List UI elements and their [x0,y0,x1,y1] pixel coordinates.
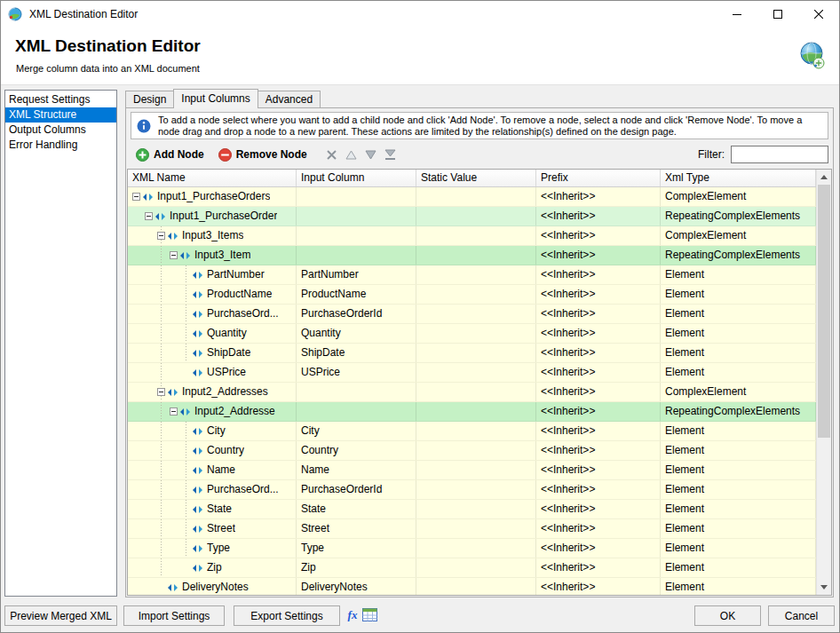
table-row[interactable]: Input2_Addresse<<Inherit>>RepeatingCompl… [128,402,816,422]
xml-node-label: DeliveryNotes [182,578,249,595]
table-row[interactable]: Input3_Items<<Inherit>>ComplexElement [128,226,816,246]
reorder-swap-icon[interactable] [325,148,338,162]
move-up-icon[interactable] [345,148,358,162]
page-subtitle: Merge column data into an XML document [16,63,200,74]
column-header-xml-name[interactable]: XML Name [128,170,297,186]
column-header-xml-type[interactable]: Xml Type [661,170,816,186]
xml-name-cell: PartNumber [128,265,297,284]
input-column-cell: City [297,422,416,440]
xml-name-cell: Input2_Addresse [128,402,297,421]
prefix-cell: <<Inherit>> [536,422,661,440]
collapse-expander-icon[interactable] [132,193,140,201]
table-row[interactable]: TypeType<<Inherit>>Element [128,539,816,558]
vertical-scrollbar[interactable] [816,170,831,595]
add-node-icon [136,148,149,162]
scroll-up-button[interactable] [817,170,831,185]
xml-node-label: ProductName [207,285,272,304]
ok-button[interactable]: OK [694,605,761,626]
prefix-cell: <<Inherit>> [536,500,661,518]
column-header-static-value[interactable]: Static Value [416,170,536,186]
table-row[interactable]: Input2_Addresses<<Inherit>>ComplexElemen… [128,383,816,402]
collapse-expander-icon[interactable] [170,407,178,415]
filter-group: Filter: [698,146,828,163]
xml-name-cell: PurchaseOrd... [128,480,297,499]
tab-design[interactable]: Design [125,91,174,107]
tree-guide-line [161,539,162,558]
collapse-expander-icon[interactable] [145,212,153,220]
minimize-button[interactable] [717,1,757,28]
filter-input[interactable] [731,146,828,163]
table-row[interactable]: DeliveryNotesDeliveryNotes<<Inherit>>Ele… [128,578,816,595]
xml-name-cell: PurchaseOrd... [128,305,297,323]
sidebar-item-xml-structure[interactable]: XML Structure [5,107,116,123]
column-header-prefix[interactable]: Prefix [536,170,661,186]
minimize-icon [733,10,741,19]
table-row[interactable]: PurchaseOrd...PurchaseOrderId<<Inherit>>… [128,480,816,500]
table-row[interactable]: NameName<<Inherit>>Element [128,461,816,480]
static-value-cell [416,285,536,304]
import-settings-button[interactable]: Import Settings [123,605,225,626]
table-row[interactable]: PartNumberPartNumber<<Inherit>>Element [128,265,816,285]
table-row[interactable]: CityCity<<Inherit>>Element [128,422,816,441]
tab-advanced[interactable]: Advanced [258,91,321,107]
table-row[interactable]: Input1_PurchaseOrders<<Inherit>>ComplexE… [128,187,816,207]
prefix-cell: <<Inherit>> [536,187,661,206]
table-row[interactable]: StateState<<Inherit>>Element [128,500,816,519]
prefix-cell: <<Inherit>> [536,578,661,595]
table-row[interactable]: QuantityQuantity<<Inherit>>Element [128,324,816,344]
table-row[interactable]: PurchaseOrd...PurchaseOrderId<<Inherit>>… [128,305,816,324]
xml-element-icon [167,232,178,241]
input-column-cell [297,226,416,245]
static-value-cell [416,305,536,323]
remove-node-icon [218,148,232,162]
column-header-input-column[interactable]: Input Column [297,170,416,186]
move-bottom-icon[interactable] [384,148,397,162]
static-value-cell [416,383,536,401]
input-column-cell: PartNumber [297,265,416,284]
tree-guide-line [161,363,162,382]
maximize-button[interactable] [757,1,798,28]
input-column-cell: ProductName [297,285,416,304]
export-settings-button[interactable]: Export Settings [234,605,340,626]
tab-input-columns[interactable]: Input Columns [173,89,258,108]
sidebar-item-output-columns[interactable]: Output Columns [5,123,116,138]
xml-type-cell: Element [661,422,816,440]
table-row[interactable]: ProductNameProductName<<Inherit>>Element [128,285,816,305]
cancel-button[interactable]: Cancel [768,605,835,626]
static-value-cell [416,422,536,440]
table-row[interactable]: StreetStreet<<Inherit>>Element [128,519,816,539]
table-row[interactable]: Input3_Item<<Inherit>>RepeatingComplexEl… [128,246,816,265]
table-row[interactable]: USPriceUSPrice<<Inherit>>Element [128,363,816,383]
prefix-cell: <<Inherit>> [536,226,661,245]
export-grid-button[interactable] [361,608,377,622]
preview-merged-xml-button[interactable]: Preview Merged XML [4,605,117,626]
table-row[interactable]: ShipDateShipDate<<Inherit>>Element [128,344,816,363]
xml-node-label: Type [207,539,230,558]
static-value-cell [416,461,536,479]
collapse-expander-icon[interactable] [157,232,165,240]
table-row[interactable]: Input1_PurchaseOrder<<Inherit>>Repeating… [128,207,816,226]
static-value-cell [416,363,536,382]
collapse-expander-icon[interactable] [157,388,165,396]
xml-node-label: State [207,500,232,518]
table-row[interactable]: ZipZip<<Inherit>>Element [128,558,816,578]
add-node-button[interactable]: Add Node [131,146,210,163]
tree-guide-line [161,285,162,304]
info-icon [137,119,151,133]
scroll-down-button[interactable] [817,580,831,595]
sidebar-item-request-settings[interactable]: Request Settings [5,92,116,107]
close-button[interactable] [798,1,839,28]
info-text: To add a node select where you want to a… [158,115,820,138]
collapse-expander-icon[interactable] [170,251,178,259]
move-down-icon[interactable] [364,148,377,162]
xml-element-icon [192,349,203,358]
xml-type-cell: Element [661,461,816,479]
xml-node-label: Input2_Addresse [194,402,275,421]
prefix-cell: <<Inherit>> [536,558,661,577]
xml-element-icon [155,212,166,221]
expression-fx-button[interactable]: fx [344,607,361,623]
table-row[interactable]: CountryCountry<<Inherit>>Element [128,441,816,461]
sidebar-item-error-handling[interactable]: Error Handling [5,138,116,153]
remove-node-button[interactable]: Remove Node [213,146,313,163]
scrollbar-thumb[interactable] [818,185,830,438]
